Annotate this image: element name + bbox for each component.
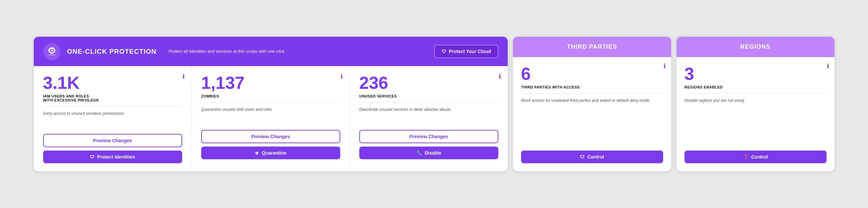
main-title: ONE-CLICK PROTECTION	[67, 48, 157, 56]
unused-number: 236	[359, 74, 498, 92]
regions-control-button[interactable]: 📍 Control	[684, 150, 827, 163]
zombies-description: Quarantine unused IAM users and roles	[201, 106, 340, 123]
third-parties-title: THIRD PARTIES	[567, 43, 617, 50]
third-parties-label: THIRD PARTIES WITH ACCESS	[521, 85, 663, 94]
dashboard-container: ONE-CLICK PROTECTION Protect all identit…	[33, 36, 835, 172]
shield-icon: 🛡	[580, 154, 585, 160]
regions-number: 3	[684, 65, 827, 82]
third-parties-info-icon[interactable]: ℹ	[663, 62, 666, 70]
zombies-quarantine-button[interactable]: ☣ Quarantine	[201, 146, 340, 159]
third-parties-description: Block access for unwanted third parties …	[521, 98, 663, 114]
third-parties-card: THIRD PARTIES ℹ 6 THIRD PARTIES WITH ACC…	[513, 36, 672, 172]
regions-header: REGIONS	[677, 37, 835, 57]
brand-logo	[43, 43, 61, 60]
main-protection-card: ONE-CLICK PROTECTION Protect all identit…	[33, 36, 508, 172]
pin-icon: 📍	[743, 154, 749, 160]
iam-number: 3.1K	[43, 74, 182, 92]
unused-label: UNUSED SERVICES	[359, 94, 498, 103]
unused-info-icon[interactable]: ℹ	[499, 73, 501, 80]
iam-description: Deny access to unused sensitive permissi…	[43, 110, 182, 127]
regions-body: ℹ 3 REGIONS ENABLED Disable regions you …	[677, 57, 835, 171]
third-parties-body: ℹ 6 THIRD PARTIES WITH ACCESS Block acce…	[513, 57, 671, 171]
regions-label: REGIONS ENABLED	[684, 85, 827, 94]
wrench-icon: 🔧	[416, 150, 422, 155]
biohazard-icon: ☣	[255, 150, 259, 155]
regions-description: Disable regions you are not using.	[684, 98, 827, 114]
regions-info-icon[interactable]: ℹ	[827, 62, 829, 70]
regions-card: REGIONS ℹ 3 REGIONS ENABLED Disable regi…	[676, 36, 835, 172]
unused-description: Deactivate unused services to deter atta…	[359, 106, 498, 123]
shield-icon: 🛡	[90, 154, 95, 160]
third-parties-control-button[interactable]: 🛡 Control	[521, 150, 663, 163]
zombies-info-icon[interactable]: ℹ	[341, 73, 343, 80]
third-parties-header: THIRD PARTIES	[513, 37, 671, 57]
third-parties-number: 6	[521, 65, 663, 82]
zombies-label: ZOMBIES	[201, 94, 340, 103]
zombies-number: 1,137	[201, 74, 340, 92]
cloud-shield-icon	[46, 46, 57, 57]
iam-info-icon[interactable]: ℹ	[183, 73, 185, 80]
protect-cloud-button[interactable]: 🛡 Protect Your Cloud	[434, 45, 498, 58]
main-card-header: ONE-CLICK PROTECTION Protect all identit…	[34, 37, 508, 66]
zombies-panel: ℹ 1,137 ZOMBIES Quarantine unused IAM us…	[192, 66, 350, 171]
unused-services-panel: ℹ 236 UNUSED SERVICES Deactivate unused …	[350, 66, 508, 171]
shield-btn-icon: 🛡	[441, 49, 446, 54]
iam-label: IAM USERS AND ROLESWITH EXCESSIVE PRIVIL…	[43, 94, 182, 106]
iam-panel: ℹ 3.1K IAM USERS AND ROLESWITH EXCESSIVE…	[34, 66, 192, 171]
regions-title: REGIONS	[740, 43, 770, 50]
zombies-preview-button[interactable]: Preview Changes	[201, 130, 340, 143]
iam-preview-button[interactable]: Preview Changes	[43, 134, 182, 147]
header-subtitle: Protect all identities and services at t…	[168, 48, 285, 55]
stat-panels-container: ℹ 3.1K IAM USERS AND ROLESWITH EXCESSIVE…	[34, 66, 508, 171]
iam-protect-button[interactable]: 🛡 Protect Identities	[43, 150, 182, 163]
unused-disable-button[interactable]: 🔧 Disable	[359, 146, 498, 159]
unused-preview-button[interactable]: Preview Changes	[359, 130, 498, 143]
